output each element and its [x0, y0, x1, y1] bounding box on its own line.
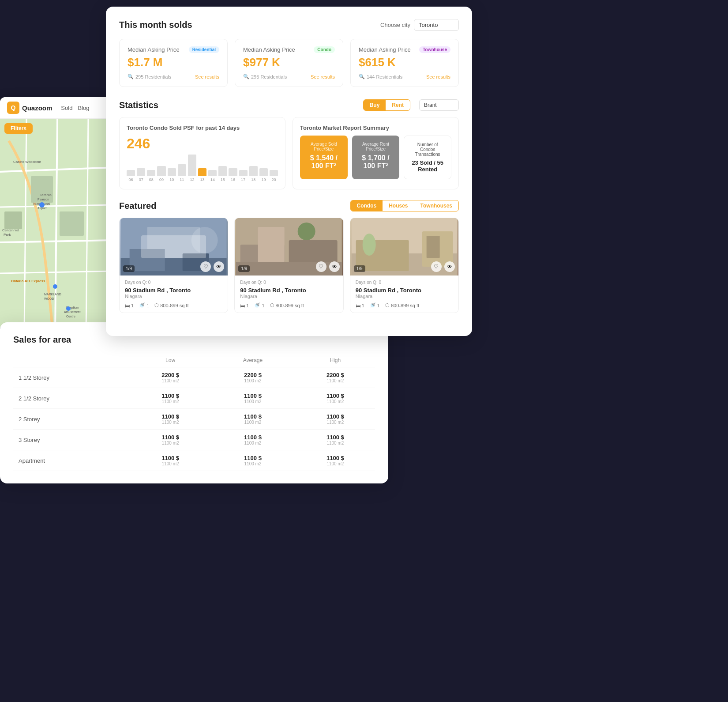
condo-see-results[interactable]: See results	[311, 74, 335, 79]
listing-3-sqft: ⬡ 800-899 sq ft	[385, 302, 419, 308]
tab-houses[interactable]: Houses	[383, 200, 414, 211]
townhouse-see-results[interactable]: See results	[426, 74, 450, 79]
row-type-0: 1 1/2 Storey	[13, 367, 131, 388]
featured-header: Featured Condos Houses Townhouses	[119, 200, 459, 211]
tab-condos[interactable]: Condos	[351, 200, 383, 211]
bar-label-2: 08	[147, 177, 155, 182]
rent-toggle[interactable]: Rent	[386, 100, 410, 110]
listing-1-details: 🛏 1 🚿 1 ⬡ 800-899 sq ft	[125, 302, 222, 308]
filter-button[interactable]: Filters	[4, 123, 33, 134]
listing-2-area: Niagara	[240, 294, 338, 299]
region-select-wrapper: Brant Durham Halton	[419, 99, 459, 111]
market-stats-row: Average Sold Price/Size $ 1,540 / 100 FT…	[300, 136, 451, 179]
listing-2-baths: 🚿 1	[254, 302, 264, 308]
psf-value: 246	[127, 136, 278, 152]
row-type-3: 3 Storey	[13, 430, 131, 450]
avg-sold-card: Average Sold Price/Size $ 1,540 / 100 FT…	[300, 136, 348, 179]
residential-price: $1.7 M	[128, 56, 219, 69]
bar-label-11: 17	[239, 177, 248, 182]
listing-3-favorite[interactable]: ♡	[431, 261, 442, 272]
listing-2-favorite[interactable]: ♡	[316, 261, 326, 272]
bar-2	[147, 170, 155, 176]
listing-3-area: Niagara	[356, 294, 453, 299]
listing-3-body: Days on Q: 0 90 Stadium Rd , Toronto Nia…	[350, 276, 458, 313]
bar-chart-labels: 060708091011121314151617181920	[127, 177, 278, 182]
featured-title: Featured	[119, 201, 156, 211]
map-header: Q Quazoom Sold Blog	[0, 97, 115, 119]
tab-townhouses[interactable]: Townhouses	[414, 200, 458, 211]
this-month-solds-section: This month solds Choose city Toronto Van…	[119, 19, 459, 87]
nav-blog[interactable]: Blog	[78, 105, 89, 111]
city-select[interactable]: Toronto Vancouver Calgary	[414, 19, 459, 31]
price-cards-row: Median Asking Price Residential $1.7 M 🔍…	[119, 39, 459, 87]
listing-img-2: 1/9 ♡ 👁	[235, 218, 343, 276]
residential-card-label: Median Asking Price	[128, 46, 180, 53]
listing-3-days: Days on Q: 0	[356, 280, 453, 285]
row-low-1: 1100 $ 1100 m2	[131, 388, 210, 409]
listing-card-3: 1/9 ♡ 👁 Days on Q: 0 90 Stadium Rd , Tor…	[350, 218, 459, 313]
townhouse-card-header: Median Asking Price Townhouse	[359, 46, 450, 53]
bar-label-10: 16	[229, 177, 237, 182]
sales-title: Sales for area	[13, 335, 375, 345]
psf-chart-card: Toronto Condo Sold PSF for past 14 days …	[119, 117, 285, 189]
main-panel: This month solds Choose city Toronto Van…	[106, 7, 472, 336]
listing-1-counter: 1/9	[123, 265, 135, 272]
avg-rent-value: $ 1,700 / 100 FT²	[358, 154, 394, 170]
listing-1-actions: ♡ 👁	[200, 261, 224, 272]
row-high-3: 1100 $ 1100 m2	[296, 430, 375, 450]
listing-1-area: Niagara	[125, 294, 222, 299]
map-nav: Sold Blog	[61, 105, 89, 111]
bar-14	[270, 170, 278, 176]
listing-3-view[interactable]: 👁	[444, 261, 455, 272]
app-logo: Q Quazoom	[7, 102, 52, 114]
bar-label-12: 18	[249, 177, 258, 182]
statistics-section: Statistics Buy Rent Brant Durham Halton	[119, 99, 459, 189]
bar-9	[218, 166, 227, 176]
svg-text:Ontario 401 Express: Ontario 401 Express	[11, 279, 45, 283]
listing-1-favorite[interactable]: ♡	[200, 261, 211, 272]
featured-tabs: Condos Houses Townhouses	[350, 200, 459, 211]
svg-text:Park: Park	[4, 233, 11, 237]
buy-toggle[interactable]: Buy	[364, 100, 386, 110]
row-type-2: 2 Storey	[13, 409, 131, 430]
listing-1-view[interactable]: 👁	[214, 261, 224, 272]
row-high-0: 2200 $ 1100 m2	[296, 367, 375, 388]
market-report-title: Toronto Market Report Summary	[300, 125, 451, 131]
listing-2-view[interactable]: 👁	[329, 261, 340, 272]
table-row: 2 Storey 1100 $ 1100 m2 1100 $ 1100 m2 1…	[13, 409, 375, 430]
residential-see-results[interactable]: See results	[195, 74, 219, 79]
bar-label-8: 14	[208, 177, 217, 182]
featured-section: Featured Condos Houses Townhouses	[119, 200, 459, 313]
townhouse-footer: 🔍 144 Residentials See results	[359, 74, 450, 79]
listing-2-days: Days on Q: 0	[240, 280, 338, 285]
svg-point-25	[66, 306, 71, 311]
sales-table-header: Low Average High	[13, 354, 375, 367]
svg-rect-28	[147, 227, 200, 258]
listing-2-address: 90 Stadium Rd , Toronto	[240, 287, 338, 294]
table-row: 3 Storey 1100 $ 1100 m2 1100 $ 1100 m2 1…	[13, 430, 375, 450]
listing-1-days: Days on Q: 0	[125, 280, 222, 285]
svg-text:Casino Woodbine: Casino Woodbine	[13, 160, 41, 164]
region-select[interactable]: Brant Durham Halton	[419, 99, 459, 111]
residential-card: Median Asking Price Residential $1.7 M 🔍…	[119, 39, 228, 87]
condo-badge: Condo	[314, 46, 335, 53]
condo-card-header: Median Asking Price Condo	[243, 46, 335, 53]
table-row: 1 1/2 Storey 2200 $ 1100 m2 2200 $ 1100 …	[13, 367, 375, 388]
listing-2-counter: 1/9	[238, 265, 250, 272]
map-content: Casino Woodbine Toronto Pearson Internat…	[0, 119, 115, 331]
svg-rect-10	[4, 211, 22, 229]
nav-sold[interactable]: Sold	[61, 105, 72, 111]
bar-label-5: 11	[178, 177, 186, 182]
search-icon-3: 🔍	[359, 74, 365, 79]
townhouse-card: Median Asking Price Townhouse $615 K 🔍 1…	[350, 39, 459, 87]
transactions-value: 23 Sold / 55 Rented	[410, 159, 445, 173]
row-avg-1: 1100 $ 1100 m2	[210, 388, 296, 409]
bar-1	[137, 168, 145, 176]
listing-2-beds: 🛏 1	[240, 303, 249, 308]
listing-3-address: 90 Stadium Rd , Toronto	[356, 287, 453, 294]
listing-img-3: 1/9 ♡ 👁	[350, 218, 458, 276]
featured-cards-grid: 1/9 ♡ 👁 Days on Q: 0 90 Stadium Rd , Tor…	[119, 218, 459, 313]
row-low-4: 1100 $ 1100 m2	[131, 450, 210, 471]
bar-label-4: 10	[168, 177, 176, 182]
bar-11	[239, 170, 248, 176]
